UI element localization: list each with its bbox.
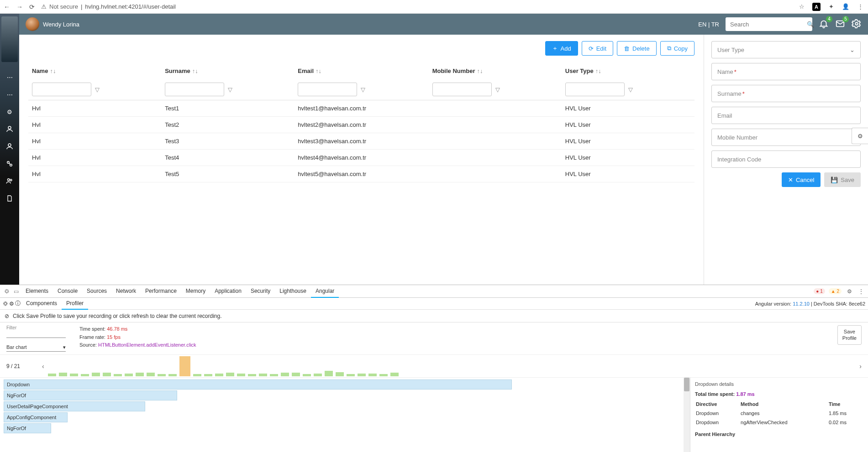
chart-type-select[interactable]: Bar chart▾	[6, 343, 66, 352]
tab-security[interactable]: Security	[246, 285, 275, 298]
bar[interactable]	[358, 374, 366, 376]
bar[interactable]	[325, 371, 333, 376]
next-frame-icon[interactable]: ›	[859, 363, 862, 370]
dt-gear-icon[interactable]: ⚙	[845, 288, 853, 295]
bar[interactable]	[292, 373, 300, 376]
rail-gear-icon[interactable]: ⚙	[5, 107, 15, 117]
search-input-wrap[interactable]: 🔍	[726, 17, 812, 31]
col-usertype[interactable]: User Type↑↓	[562, 63, 694, 79]
tab-angular[interactable]: Angular	[311, 285, 339, 298]
save-button[interactable]: 💾Save	[824, 172, 861, 187]
table-row[interactable]: HvlTest2hvltest2@havelsan.com.trHVL User	[28, 117, 694, 133]
bar[interactable]	[390, 373, 399, 376]
floating-gear-icon[interactable]: ⚙	[852, 128, 868, 144]
extensions-icon[interactable]: ✦	[827, 3, 835, 11]
bar[interactable]	[92, 373, 100, 376]
bar[interactable]	[314, 374, 322, 376]
filter-email-input[interactable]	[298, 83, 357, 96]
usertype-select[interactable]: User Type⌄	[711, 41, 861, 58]
subtab-components[interactable]: Components	[21, 298, 62, 310]
bar[interactable]	[215, 374, 223, 376]
rail-doc-icon[interactable]	[5, 193, 15, 203]
bar[interactable]	[103, 373, 111, 376]
flame-row[interactable]: AppConfigComponent	[4, 412, 68, 422]
source-value[interactable]: HTMLButtonElement.addEventListener.click	[98, 342, 196, 348]
delete-button[interactable]: 🗑Delete	[617, 41, 657, 56]
col-surname[interactable]: Surname↑↓	[161, 63, 294, 79]
save-profile-button[interactable]: Save Profile	[837, 325, 862, 345]
profiler-filter-input[interactable]	[6, 330, 66, 338]
bar[interactable]	[226, 373, 234, 376]
integration-field[interactable]: Integration Code	[711, 151, 861, 168]
tab-sources[interactable]: Sources	[82, 285, 111, 298]
add-button[interactable]: ＋Add	[545, 41, 578, 56]
inspect-icon[interactable]: ⯐	[3, 288, 11, 295]
filter-icon[interactable]: ▽	[228, 86, 232, 93]
mobile-field[interactable]: Mobile Number	[711, 129, 861, 146]
copy-button[interactable]: ⧉Copy	[660, 41, 694, 56]
filter-name-input[interactable]	[32, 83, 91, 96]
cancel-button[interactable]: ✕Cancel	[782, 172, 821, 187]
mail-icon[interactable]: 5	[835, 19, 845, 30]
flame-row[interactable]: UserDetailPageComponent	[4, 401, 145, 411]
prev-frame-icon[interactable]: ‹	[42, 363, 44, 370]
avatar[interactable]	[26, 17, 39, 31]
filter-usertype-input[interactable]	[565, 83, 625, 96]
forward-icon[interactable]: →	[16, 3, 23, 10]
tab-elements[interactable]: Elements	[21, 285, 53, 298]
rail-link-icon[interactable]	[5, 159, 15, 169]
bars-container[interactable]	[48, 356, 856, 376]
bar[interactable]	[248, 374, 256, 376]
error-count[interactable]: ● 1	[814, 288, 825, 294]
settings-icon[interactable]	[852, 19, 862, 30]
bar[interactable]	[204, 374, 212, 376]
bar[interactable]	[379, 374, 388, 376]
bar[interactable]	[259, 374, 267, 376]
col-mobile[interactable]: Mobile Number↑↓	[429, 63, 562, 79]
bell-icon[interactable]: 4	[819, 19, 829, 30]
filter-icon[interactable]: ▽	[628, 86, 633, 93]
flame-list[interactable]: DropdownNgForOfUserDetailPageComponentAp…	[0, 378, 684, 452]
bar[interactable]	[281, 373, 289, 376]
flame-row[interactable]: NgForOf	[4, 423, 51, 433]
rail-user-icon[interactable]	[5, 124, 15, 134]
table-row[interactable]: HvlTest1hvltest1@havelsan.com.trHVL User	[28, 100, 694, 117]
rail-users-icon[interactable]	[5, 176, 15, 186]
bar[interactable]	[125, 374, 133, 376]
dt-gear2-icon[interactable]: ⚙	[9, 301, 14, 307]
scrollbar[interactable]	[684, 378, 690, 452]
warning-count[interactable]: ▲ 2	[829, 288, 842, 294]
email-field[interactable]: Email	[711, 107, 861, 124]
bar[interactable]	[147, 373, 155, 376]
bar[interactable]	[237, 374, 245, 376]
kebab-icon[interactable]: ⋮	[856, 3, 864, 11]
tab-memory[interactable]: Memory	[181, 285, 210, 298]
col-email[interactable]: Email↑↓	[294, 63, 428, 79]
table-row[interactable]: HvlTest5hvltest5@havelsan.com.trHVL User	[28, 166, 694, 182]
dt-info-icon[interactable]: ⓘ	[15, 300, 21, 307]
rail-dots2-icon[interactable]: ⋯	[5, 89, 15, 99]
bar[interactable]	[48, 374, 56, 376]
filter-mobile-input[interactable]	[432, 83, 492, 96]
filter-icon[interactable]: ▽	[95, 86, 100, 93]
star-icon[interactable]: ☆	[798, 3, 806, 11]
bar[interactable]	[303, 374, 311, 376]
flame-row[interactable]: Dropdown	[4, 379, 512, 390]
bar[interactable]	[368, 374, 377, 376]
scrollbar-thumb[interactable]	[684, 378, 689, 391]
parent-hierarchy-label[interactable]: Parent Hierarchy	[695, 431, 863, 437]
search-input[interactable]	[730, 21, 807, 28]
edit-button[interactable]: ⟳Edit	[582, 41, 613, 56]
bar[interactable]	[136, 373, 144, 376]
bar[interactable]	[270, 374, 278, 376]
angular-ext-icon[interactable]: A	[812, 3, 821, 11]
bar[interactable]	[168, 374, 177, 376]
bar[interactable]	[179, 356, 190, 376]
bar[interactable]	[347, 374, 355, 376]
tab-console[interactable]: Console	[53, 285, 82, 298]
no-icon[interactable]: ⊘	[5, 313, 9, 319]
back-icon[interactable]: ←	[4, 3, 10, 10]
dt-kebab-icon[interactable]: ⋮	[857, 288, 865, 295]
reload-icon[interactable]: ⟳	[29, 3, 35, 10]
col-name[interactable]: Name↑↓	[28, 63, 161, 79]
